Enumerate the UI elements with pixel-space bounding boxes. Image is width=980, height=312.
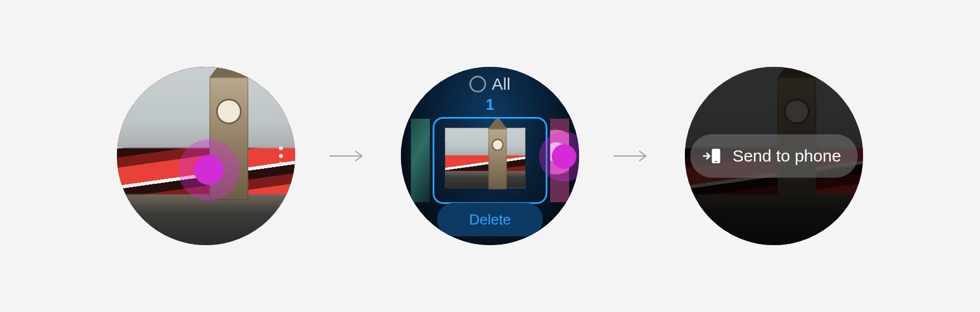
send-to-phone-button[interactable]: Send to phone [690, 134, 857, 178]
select-all-icon [469, 76, 486, 92]
thumbnail-prev[interactable] [411, 119, 430, 202]
selected-count: 1 [401, 96, 579, 114]
arrow-right-icon [329, 149, 367, 163]
send-to-phone-icon [702, 146, 722, 166]
gallery-photo[interactable] [117, 67, 295, 245]
delete-label: Delete [469, 211, 511, 228]
select-all-toggle[interactable]: All [401, 75, 579, 94]
select-all-label: All [492, 75, 510, 94]
flow-diagram: All 1 Delete [117, 67, 863, 245]
watch-screen-photo [117, 67, 295, 245]
more-options-icon[interactable] [274, 147, 287, 166]
watch-screen-context-menu: Send to phone [685, 67, 863, 245]
thumbnail-strip[interactable] [401, 116, 579, 205]
svg-rect-4 [714, 161, 717, 162]
watch-screen-selection: All 1 Delete [401, 67, 579, 245]
delete-button[interactable]: Delete [437, 203, 543, 236]
arrow-right-icon [612, 149, 651, 163]
thumbnail-selected[interactable] [434, 119, 546, 202]
send-to-phone-label: Send to phone [732, 147, 841, 165]
more-options-icon[interactable] [560, 147, 574, 166]
